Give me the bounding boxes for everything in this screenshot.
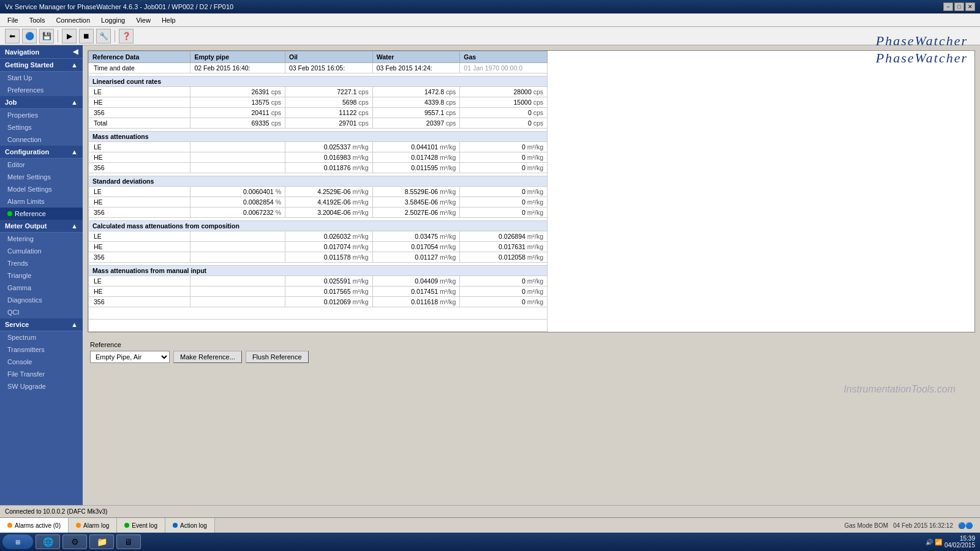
toolbar-btn-5[interactable]: ⏹ — [79, 29, 94, 43]
alarms-tab-label: Alarms active (0) — [15, 522, 61, 529]
taskbar-app-3[interactable]: 📁 — [89, 534, 114, 549]
table-row-356-lcr: 356 20411 cps 11122 cps 9557.1 cps 0 cps — [89, 108, 548, 118]
menu-help[interactable]: Help — [157, 15, 181, 25]
sidebar: Navigation ◀ Getting Started ▲ Start Up … — [0, 45, 83, 517]
sidebar-item-metering[interactable]: Metering — [0, 233, 83, 245]
section-std-dev: Standard deviations — [89, 176, 548, 187]
sidebar-item-editor[interactable]: Editor — [0, 159, 83, 171]
sidebar-item-diagnostics[interactable]: Diagnostics — [0, 294, 83, 306]
flush-reference-button[interactable]: Flush Reference — [246, 351, 309, 363]
service-header[interactable]: Service ▲ — [0, 318, 83, 331]
sidebar-item-console[interactable]: Console — [0, 356, 83, 368]
time-empty-pipe: 02 Feb 2015 16:40: — [190, 63, 285, 73]
nav-header[interactable]: Navigation ◀ — [0, 45, 83, 59]
close-button[interactable]: ✕ — [965, 2, 975, 11]
sidebar-item-properties[interactable]: Properties — [0, 109, 83, 121]
356-lcr-label: 356 — [89, 108, 190, 118]
reference-table-container: Reference Data Empty pipe Oil Water Gas … — [88, 50, 975, 332]
total-lcr-gas: 0 cps — [460, 118, 548, 129]
status-tab-alarms[interactable]: Alarms active (0) — [0, 518, 69, 533]
sidebar-item-file-transfer[interactable]: File Transfer — [0, 368, 83, 380]
sidebar-item-gamma[interactable]: Gamma — [0, 282, 83, 294]
le-mmi-label: LE — [89, 276, 190, 287]
he-ma-ep — [190, 152, 285, 163]
sidebar-item-sw-upgrade[interactable]: SW Upgrade — [0, 380, 83, 392]
status-tabs: Alarms active (0) Alarm log Event log Ac… — [0, 518, 215, 533]
sidebar-item-preferences[interactable]: Preferences — [0, 84, 83, 96]
sidebar-item-reference[interactable]: Reference — [0, 208, 83, 220]
sidebar-item-spectrum[interactable]: Spectrum — [0, 331, 83, 343]
sidebar-item-settings[interactable]: Settings — [0, 121, 83, 133]
nav-header-label: Navigation — [5, 48, 39, 56]
header-gas: Gas — [460, 51, 548, 63]
menu-tools[interactable]: Tools — [24, 15, 50, 25]
sidebar-item-triangle[interactable]: Triangle — [0, 269, 83, 282]
phasewatcher-logo-content: PhaseWatcher — [876, 50, 968, 66]
event-log-dot — [124, 523, 129, 528]
title-controls: − □ ✕ — [943, 2, 975, 11]
configuration-header[interactable]: Configuration ▲ — [0, 146, 83, 159]
toolbar-sep-2 — [115, 30, 115, 42]
taskbar-time-value: 15:39 — [944, 535, 975, 542]
header-oil: Oil — [285, 51, 372, 63]
status-right: Gas Mode BOM 04 Feb 2015 16:32:12 🔵🔵 — [844, 522, 980, 529]
taskbar-app-2[interactable]: ⚙ — [62, 534, 87, 549]
sidebar-item-startup[interactable]: Start Up — [0, 72, 83, 84]
toolbar-btn-4[interactable]: ▶ — [62, 29, 77, 43]
start-button[interactable]: ⊞ — [2, 534, 33, 549]
start-icon: ⊞ — [15, 539, 20, 545]
status-tab-alarm-log[interactable]: Alarm log — [69, 518, 117, 533]
reference-type-dropdown[interactable]: Empty Pipe, Air Empty Pipe, Gas Full Pip… — [90, 351, 170, 363]
toolbar-btn-3[interactable]: 💾 — [39, 29, 54, 43]
time-gas: 01 Jan 1970 00:00:0 — [460, 63, 548, 73]
sidebar-item-meter-settings[interactable]: Meter Settings — [0, 171, 83, 183]
meter-output-label: Meter Output — [5, 222, 47, 230]
taskbar-app-1[interactable]: 🌐 — [36, 534, 60, 549]
minimize-button[interactable]: − — [943, 2, 953, 11]
status-datetime: 04 Feb 2015 16:32:12 — [893, 522, 953, 529]
sidebar-item-trends[interactable]: Trends — [0, 257, 83, 269]
status-tab-event-log[interactable]: Event log — [117, 518, 165, 533]
menu-view[interactable]: View — [131, 15, 156, 25]
he-sd-oil: 4.4192E-06 m²/kg — [285, 197, 372, 208]
le-ma-label: LE — [89, 142, 190, 152]
getting-started-header[interactable]: Getting Started ▲ — [0, 59, 83, 72]
status-tab-action-log[interactable]: Action log — [165, 518, 215, 533]
toolbar-btn-1[interactable]: ⬅ — [5, 29, 20, 43]
he-sd-gas: 0 m²/kg — [460, 197, 548, 208]
menu-logging[interactable]: Logging — [96, 15, 130, 25]
menu-connection[interactable]: Connection — [51, 15, 95, 25]
header-water: Water — [372, 51, 460, 63]
toolbar-btn-2[interactable]: 🔵 — [22, 29, 37, 43]
sidebar-item-cumulation[interactable]: Cumulation — [0, 245, 83, 257]
356-cma-oil: 0.011578 m²/kg — [285, 252, 372, 263]
sidebar-item-alarm-limits[interactable]: Alarm Limits — [0, 195, 83, 208]
meter-output-header[interactable]: Meter Output ▲ — [0, 220, 83, 233]
sidebar-item-model-settings[interactable]: Model Settings — [0, 183, 83, 195]
le-ma-water: 0.044101 m²/kg — [372, 142, 460, 152]
sidebar-item-qci[interactable]: QCI — [0, 306, 83, 318]
reference-table: Reference Data Empty pipe Oil Water Gas … — [88, 51, 548, 332]
toolbar-btn-help[interactable]: ❓ — [119, 29, 134, 43]
section-calc-mass: Calculated mass attenuations from compos… — [89, 221, 548, 231]
toolbar: ⬅ 🔵 💾 ▶ ⏹ 🔧 ❓ PhaseWatcher — [0, 27, 980, 45]
he-mmi-oil: 0.017565 m²/kg — [285, 287, 372, 297]
make-reference-button[interactable]: Make Reference... — [173, 351, 242, 363]
le-lcr-oil: 7227.1 cps — [285, 87, 372, 97]
sidebar-item-transmitters[interactable]: Transmitters — [0, 343, 83, 356]
table-row-le-cma: LE 0.026032 m²/kg 0.03475 m²/kg 0.026894… — [89, 231, 548, 242]
job-header[interactable]: Job ▲ — [0, 96, 83, 109]
configuration-label: Configuration — [5, 148, 49, 156]
he-cma-oil: 0.017074 m²/kg — [285, 242, 372, 252]
maximize-button[interactable]: □ — [954, 2, 964, 11]
356-sd-label: 356 — [89, 208, 190, 218]
taskbar-app-4[interactable]: 🖥 — [116, 534, 141, 549]
table-row-he-sd: HE 0.0082854 % 4.4192E-06 m²/kg 3.5845E-… — [89, 197, 548, 208]
toolbar-btn-6[interactable]: 🔧 — [96, 29, 111, 43]
le-lcr-water: 1472.8 cps — [372, 87, 460, 97]
spacer-6 — [89, 307, 548, 320]
he-mmi-label: HE — [89, 287, 190, 297]
le-mmi-water: 0.04409 m²/kg — [372, 276, 460, 287]
menu-file[interactable]: File — [2, 15, 23, 25]
sidebar-item-connection[interactable]: Connection — [0, 133, 83, 146]
